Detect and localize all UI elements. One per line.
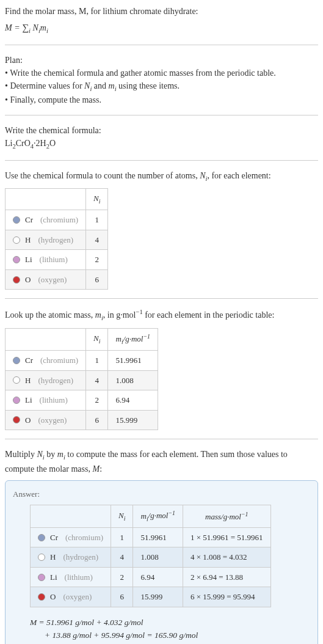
table-row: Cr(chromium) 1 xyxy=(5,210,108,230)
ni-header: Ni xyxy=(111,505,133,528)
answer-table: Ni mi/g·mol−1 mass/g·mol−1 Cr(chromium) … xyxy=(30,505,271,607)
answer-label: Answer: xyxy=(13,488,310,500)
count-heading: Use the chemical formula to count the nu… xyxy=(5,169,318,184)
mass-header: mass/g·mol−1 xyxy=(183,505,270,528)
plan-section: Plan: • Write the chemical formula and g… xyxy=(5,54,318,116)
mi-header: mi/g·mol−1 xyxy=(133,505,183,528)
element-cell: Cr(chromium) xyxy=(13,214,78,226)
swatch-icon xyxy=(38,574,45,581)
element-cell: H(hydrogen) xyxy=(13,234,78,246)
table-row: O(oxygen) 6 xyxy=(5,269,108,290)
table-row: Li(lithium) 2 6.94 2 × 6.94 = 13.88 xyxy=(31,567,271,587)
answer-section: Multiply Ni by mi to compute the mass fo… xyxy=(5,448,318,644)
table-row: H(hydrogen) 4 xyxy=(5,230,108,250)
element-cell: Li(lithium) xyxy=(13,254,78,266)
table-row: Li(lithium) 2 6.94 xyxy=(5,390,158,411)
intro-text: Find the molar mass, M, for lithium chro… xyxy=(5,5,318,18)
answer-box: Answer: Ni mi/g·mol−1 mass/g·mol−1 Cr(ch… xyxy=(5,480,318,644)
table-row: H(hydrogen) 4 1.008 4 × 1.008 = 4.032 xyxy=(31,547,271,568)
table-row: Li(lithium) 2 xyxy=(5,250,108,270)
mi-header: mi/g·mol−1 xyxy=(108,328,158,351)
table-row: O(oxygen) 6 15.999 xyxy=(5,410,158,430)
swatch-icon xyxy=(13,416,20,423)
swatch-icon xyxy=(38,593,45,601)
lookup-table: Ni mi/g·mol−1 Cr(chromium) 1 51.9961 H(h… xyxy=(5,328,158,431)
ni-header: Ni xyxy=(86,328,108,351)
final-calc: M = 51.9961 g/mol + 4.032 g/mol + 13.88 … xyxy=(30,616,310,642)
lookup-heading: Look up the atomic mass, mi, in g·mol−1 … xyxy=(5,307,318,323)
table-row: O(oxygen) 6 15.999 6 × 15.999 = 95.994 xyxy=(31,587,271,607)
plan-heading: Plan: xyxy=(5,54,318,67)
swatch-icon xyxy=(13,276,20,284)
swatch-icon xyxy=(13,216,20,224)
lookup-section: Look up the atomic mass, mi, in g·mol−1 … xyxy=(5,307,318,439)
intro-formula: M = ∑i Nimi xyxy=(5,20,318,36)
swatch-icon xyxy=(13,397,20,404)
intro-section: Find the molar mass, M, for lithium chro… xyxy=(5,5,318,45)
table-row: H(hydrogen) 4 1.008 xyxy=(5,370,158,390)
chemical-formula: Li2CrO4·2H2O xyxy=(5,137,318,152)
swatch-icon xyxy=(38,554,45,561)
plan-bullet-2: • Determine values for Ni and mi using t… xyxy=(5,79,318,94)
formula-section: Write the chemical formula: Li2CrO4·2H2O xyxy=(5,124,318,161)
swatch-icon xyxy=(38,534,45,541)
plan-bullet-3: • Finally, compute the mass. xyxy=(5,93,318,106)
element-cell: O(oxygen) xyxy=(13,274,78,286)
blank-header xyxy=(5,189,86,210)
multiply-heading: Multiply Ni by mi to compute the mass fo… xyxy=(5,448,318,475)
plan-bullet-1: • Write the chemical formula and gather … xyxy=(5,67,318,79)
count-table: Ni Cr(chromium) 1 H(hydrogen) 4 Li(lithi… xyxy=(5,188,108,290)
swatch-icon xyxy=(13,376,20,384)
table-row: Cr(chromium) 1 51.9961 1 × 51.9961 = 51.… xyxy=(31,527,271,547)
swatch-icon xyxy=(13,236,20,244)
formula-heading: Write the chemical formula: xyxy=(5,124,318,137)
swatch-icon xyxy=(13,256,20,263)
count-atoms-section: Use the chemical formula to count the nu… xyxy=(5,169,318,299)
table-row: Cr(chromium) 1 51.9961 xyxy=(5,351,158,371)
swatch-icon xyxy=(13,357,20,364)
ni-header: Ni xyxy=(86,189,108,210)
